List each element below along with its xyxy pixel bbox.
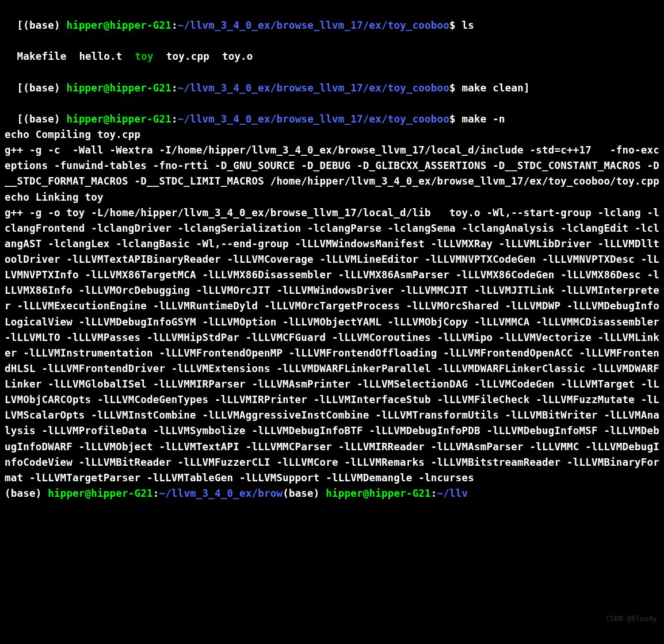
cwd: ~/llvm_3_4_0_ex/browse_llvm_17/ex/toy_co… (178, 20, 449, 31)
conda-env: (base) (23, 82, 60, 94)
bracket-close: ] (524, 82, 530, 94)
cwd-short: ~/llvm_3_4_0_ex/brow (159, 488, 283, 499)
conda-env-2: (base) (283, 488, 319, 499)
prompt-dollar: $ (449, 20, 456, 31)
bracket-open: [ (17, 113, 23, 125)
command-make-clean: make clean (462, 82, 524, 94)
colon: : (171, 20, 178, 31)
conda-env: (base) (23, 20, 60, 31)
user-host: hipper@hipper-G21 (66, 82, 171, 94)
cwd-short2: ~/llv (437, 488, 468, 499)
colon: : (171, 113, 178, 125)
prompt-dollar: $ (449, 113, 456, 125)
user-host: hipper@hipper-G21 (48, 488, 153, 499)
prompt-dollar: $ (449, 82, 456, 94)
colon: : (171, 82, 178, 94)
bracket-open: [ (17, 20, 23, 31)
file-hello: hello.t (79, 51, 122, 62)
prompt-line-1[interactable]: [(base) hipper@hipper-G21:~/llvm_3_4_0_e… (5, 2, 659, 33)
make-output: echo Compiling toy.cpp g++ -g -c -Wall -… (5, 127, 659, 486)
bracket-open: [ (17, 82, 23, 94)
ls-output: Makefilehello.ttoytoy.cpptoy.o (5, 33, 659, 64)
prompt-line-3[interactable]: [(base) hipper@hipper-G21:~/llvm_3_4_0_e… (5, 96, 659, 127)
file-toyo: toy.o (222, 51, 253, 62)
user-host-2: hipper@hipper-G21 (326, 488, 431, 499)
command-make-n: make -n (462, 113, 505, 125)
prompt-line-2[interactable]: [(base) hipper@hipper-G21:~/llvm_3_4_0_e… (5, 65, 659, 96)
user-host: hipper@hipper-G21 (66, 113, 171, 125)
colon: : (153, 488, 159, 499)
cwd: ~/llvm_3_4_0_ex/browse_llvm_17/ex/toy_co… (178, 113, 449, 125)
file-toycpp: toy.cpp (166, 51, 209, 62)
colon: : (431, 488, 437, 499)
file-makefile: Makefile (17, 51, 66, 62)
file-toy-exec: toy (135, 51, 154, 62)
command-ls: ls (462, 20, 474, 31)
conda-env: (base) (23, 113, 60, 125)
cwd: ~/llvm_3_4_0_ex/browse_llvm_17/ex/toy_co… (178, 82, 449, 94)
prompt-line-bottom[interactable]: (base) hipper@hipper-G21:~/llvm_3_4_0_ex… (5, 486, 659, 501)
user-host: hipper@hipper-G21 (66, 20, 171, 31)
conda-env: (base) (5, 488, 41, 499)
